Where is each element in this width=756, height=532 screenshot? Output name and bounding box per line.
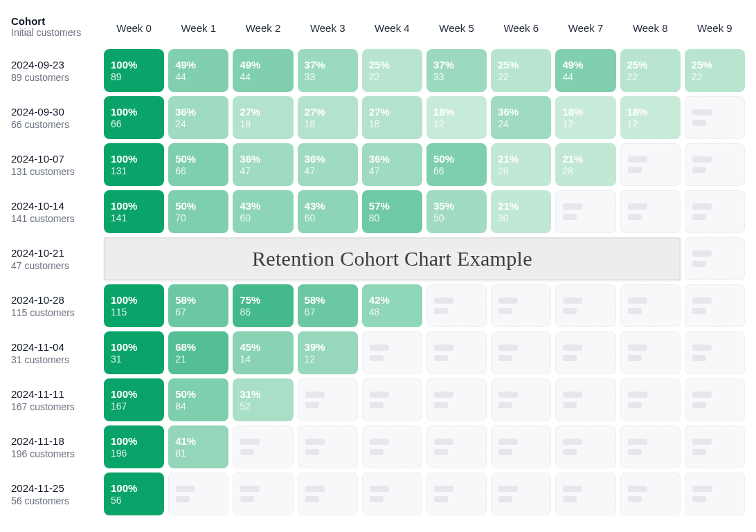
retention-percent: 27%	[369, 106, 415, 118]
retention-cell: 100%131	[104, 143, 164, 186]
retention-count: 44	[562, 71, 609, 83]
retention-cell: 25%22	[491, 49, 551, 92]
retention-cell	[685, 378, 745, 421]
header-week-7: Week 7	[555, 11, 615, 45]
retention-cell	[298, 473, 358, 515]
retention-count: 66	[111, 118, 157, 130]
retention-cell: 37%33	[426, 49, 487, 92]
retention-percent: 100%	[111, 59, 157, 71]
header-week-3: Week 3	[298, 11, 358, 45]
retention-cell: 25%22	[685, 49, 745, 92]
retention-cell: 27%18	[362, 96, 422, 139]
retention-cell	[555, 425, 615, 468]
retention-cell: 18%12	[620, 96, 681, 139]
retention-percent: 45%	[240, 341, 286, 354]
retention-count: 12	[433, 118, 480, 130]
retention-cell: 50%84	[168, 378, 228, 421]
retention-cell	[620, 473, 681, 515]
header-week-1: Week 1	[168, 11, 228, 45]
retention-percent: 43%	[240, 200, 286, 212]
retention-cell	[491, 331, 551, 374]
retention-percent: 18%	[433, 106, 480, 118]
retention-cell: 50%66	[168, 143, 228, 186]
retention-cell: 27%18	[298, 96, 358, 139]
retention-percent: 37%	[433, 59, 480, 71]
retention-cell: 68%21	[168, 331, 228, 374]
retention-cell	[685, 190, 745, 233]
retention-cell: 43%60	[298, 190, 358, 233]
retention-cell	[620, 190, 681, 233]
retention-percent: 50%	[175, 388, 222, 401]
retention-cell: 50%66	[426, 143, 487, 186]
retention-cell: 25%22	[620, 49, 681, 92]
retention-cell	[685, 143, 745, 186]
retention-percent: 49%	[562, 59, 609, 71]
retention-cell	[426, 425, 487, 468]
cohort-date: 2024-11-04	[11, 341, 96, 353]
retention-count: 131	[111, 165, 157, 177]
retention-cell: 41%81	[168, 425, 228, 468]
header-cohort-title: Cohort	[11, 15, 100, 27]
retention-percent: 31%	[240, 388, 286, 401]
retention-cell: 36%47	[362, 143, 422, 186]
retention-percent: 27%	[240, 106, 286, 118]
watermark-text: Retention Cohort Chart Example	[252, 247, 532, 270]
retention-cell	[491, 473, 551, 515]
retention-cell	[620, 143, 681, 186]
retention-cell	[685, 96, 745, 139]
header-week-4: Week 4	[362, 11, 422, 45]
retention-percent: 58%	[305, 294, 351, 306]
retention-cell: 49%44	[168, 49, 228, 92]
cohort-date: 2024-11-18	[11, 435, 96, 447]
cohort-row-label: 2024-10-14141 customers	[11, 190, 100, 233]
retention-percent: 25%	[498, 59, 544, 71]
cohort-date: 2024-11-25	[11, 482, 96, 494]
retention-count: 89	[111, 71, 157, 83]
retention-count: 60	[240, 212, 286, 224]
retention-cell	[233, 425, 293, 468]
retention-percent: 36%	[240, 153, 286, 165]
header-cohort: CohortInitial customers	[11, 11, 100, 45]
cohort-initial-customers: 167 customers	[11, 401, 96, 412]
retention-percent: 49%	[175, 59, 222, 71]
retention-cell: 25%22	[362, 49, 422, 92]
cohort-row-label: 2024-10-2147 customers	[11, 237, 100, 280]
retention-count: 12	[305, 354, 351, 365]
cohort-date: 2024-10-07	[11, 153, 96, 165]
retention-percent: 49%	[240, 59, 286, 71]
retention-count: 196	[111, 448, 157, 459]
retention-cell: 18%12	[555, 96, 615, 139]
retention-cell	[362, 425, 422, 468]
retention-count: 22	[498, 71, 544, 83]
retention-count: 33	[305, 71, 351, 83]
retention-count: 47	[240, 165, 286, 177]
retention-percent: 41%	[175, 435, 222, 448]
retention-percent: 18%	[562, 106, 609, 118]
retention-count: 18	[305, 118, 351, 130]
retention-percent: 21%	[498, 200, 544, 212]
retention-count: 60	[305, 212, 351, 224]
retention-percent: 42%	[369, 294, 415, 306]
retention-percent: 50%	[175, 153, 222, 165]
cohort-row-label: 2024-11-11167 customers	[11, 378, 100, 421]
watermark-overlay: Retention Cohort Chart Example	[104, 237, 681, 280]
retention-count: 24	[175, 118, 222, 130]
retention-count: 84	[175, 401, 222, 412]
cohort-date: 2024-10-14	[11, 200, 96, 212]
retention-percent: 37%	[305, 59, 351, 71]
header-week-5: Week 5	[426, 11, 487, 45]
retention-cell	[362, 331, 422, 374]
retention-count: 12	[627, 118, 674, 130]
header-week-9: Week 9	[685, 11, 745, 45]
retention-count: 18	[369, 118, 415, 130]
retention-count: 47	[305, 165, 351, 177]
retention-count: 167	[111, 401, 157, 412]
retention-percent: 21%	[498, 153, 544, 165]
retention-percent: 25%	[692, 59, 738, 71]
cohort-date: 2024-09-23	[11, 59, 96, 71]
retention-percent: 39%	[305, 341, 351, 354]
retention-cell	[685, 331, 745, 374]
cohort-initial-customers: 141 customers	[11, 213, 96, 224]
retention-count: 24	[498, 118, 544, 130]
retention-cell: 49%44	[233, 49, 293, 92]
